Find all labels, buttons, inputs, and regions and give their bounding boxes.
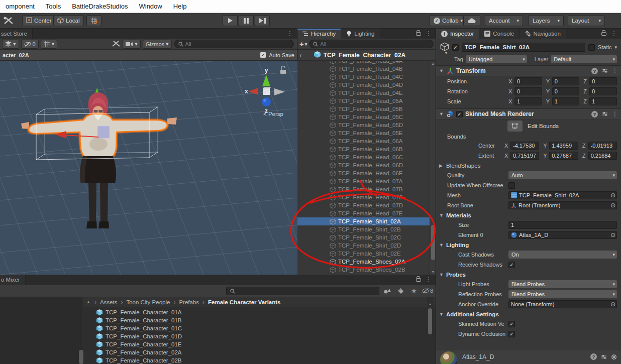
hierarchy-item[interactable]: TCP_Female_Head_05D — [297, 121, 430, 129]
component-menu-icon[interactable]: ⋮ — [612, 67, 618, 74]
hidden-packages-toggle[interactable]: 8 — [422, 288, 433, 294]
hierarchy-item[interactable]: TCP_Female_Shirt_02C — [297, 233, 430, 241]
reflection-probes-dropdown[interactable]: Blend Probes▾ — [508, 290, 617, 298]
hierarchy-item[interactable]: TCP_Female_Shirt_02E — [297, 250, 430, 258]
light-probes-dropdown[interactable]: Blend Probes▾ — [508, 280, 617, 288]
hierarchy-item[interactable]: TCP_Female_Head_05E — [297, 129, 430, 137]
project-scrollbar[interactable]: ▲ — [427, 297, 433, 364]
search-by-label-icon[interactable] — [397, 288, 404, 295]
layout-dropdown[interactable]: Layout ▾ — [568, 15, 605, 26]
gear-icon[interactable] — [611, 354, 617, 360]
component-enabled-checkbox[interactable]: ✓ — [456, 111, 463, 117]
scrollbar-thumb[interactable] — [79, 350, 83, 364]
project-file-row[interactable]: TCP_Female_Character_02B — [83, 356, 436, 364]
static-flags-caret[interactable]: ▾ — [614, 45, 617, 50]
hierarchy-item[interactable]: TCP_Female_Shirt_02A — [297, 217, 430, 225]
breadcrumb-item[interactable]: › Assets — [94, 299, 118, 306]
tab-asset-store[interactable]: sset Store — [0, 29, 33, 39]
smr-component-header[interactable]: ▼ ✓ Skinned Mesh Renderer ? ⋮ — [436, 108, 621, 119]
hierarchy-item[interactable]: TCP_Female_Shoes_02A — [297, 258, 430, 266]
receive-shadows-checkbox[interactable]: ✓ — [508, 262, 515, 268]
gameobject-name-field[interactable]: TCP_Female_Shirt_02A — [462, 43, 585, 52]
hierarchy-item[interactable]: TCP_Female_Head_05A — [297, 97, 430, 105]
presets-icon[interactable] — [602, 68, 608, 74]
account-dropdown[interactable]: Account ▾ — [485, 15, 523, 26]
hierarchy-item[interactable]: TCP_Female_Head_04B — [297, 65, 430, 73]
layer-dropdown[interactable]: Default ▾ — [551, 55, 617, 63]
hierarchy-item[interactable]: TCP_Female_Head_06E — [297, 169, 430, 177]
grid-snap-button[interactable] — [86, 15, 101, 26]
menu-item[interactable]: Tools — [40, 0, 66, 13]
y-field[interactable]: 1 — [552, 97, 580, 105]
hierarchy-item[interactable]: TCP_Female_Shirt_02D — [297, 241, 430, 250]
grid-axis-dropdown[interactable]: ▾ — [41, 40, 58, 49]
panel-menu-icon[interactable]: ⋮ — [287, 30, 293, 37]
scene-visibility-button[interactable]: 0 — [21, 40, 39, 49]
extent-y-field[interactable]: 0.27687 — [549, 152, 578, 160]
cloud-button[interactable] — [463, 15, 480, 26]
hierarchy-item[interactable]: TCP_Female_Head_06C — [297, 153, 430, 161]
gizmos-dropdown[interactable]: Gizmos ▾ — [143, 40, 172, 49]
scene-search-input[interactable]: All — [174, 40, 294, 48]
presets-icon[interactable] — [602, 111, 608, 117]
scroll-up-icon[interactable]: ▲ — [430, 62, 436, 65]
project-file-row[interactable]: TCP_Female_Character_01E — [83, 340, 436, 348]
step-button[interactable] — [255, 15, 270, 26]
project-file-row[interactable]: TCP_Female_Character_02A — [83, 348, 436, 356]
help-icon[interactable]: ? — [591, 68, 598, 74]
tag-dropdown[interactable]: Untagged ▾ — [466, 55, 527, 63]
y-field[interactable]: 0 — [552, 87, 580, 95]
x-field[interactable]: 0 — [514, 87, 542, 95]
blendshapes-foldout[interactable]: ▶ BlendShapes — [436, 161, 621, 170]
y-field[interactable]: 0 — [552, 77, 580, 85]
scrollbar-thumb[interactable] — [428, 308, 432, 334]
hierarchy-item[interactable]: TCP_Female_Shirt_02B — [297, 225, 430, 233]
tab-hierarchy[interactable]: Hierarchy — [297, 29, 341, 39]
update-offscreen-checkbox[interactable] — [508, 182, 515, 189]
extent-z-field[interactable]: 0.21684 — [588, 152, 617, 160]
quality-dropdown[interactable]: Auto▾ — [508, 171, 617, 179]
transform-component-header[interactable]: ▼ Transform ? ⋮ — [436, 65, 621, 76]
scene-camera-dropdown[interactable]: ▾ — [123, 40, 141, 49]
object-picker-icon[interactable]: ⊙ — [610, 231, 615, 238]
menu-item[interactable]: Help — [168, 0, 192, 13]
mesh-object-field[interactable]: TCP_Female_Shirt_02A ⊙ — [508, 191, 617, 199]
object-picker-icon[interactable]: ⊙ — [610, 192, 615, 199]
hierarchy-search-input[interactable]: All — [309, 40, 434, 48]
skinned-motion-checkbox[interactable]: ✓ — [508, 321, 515, 327]
foldout-open-icon[interactable]: ▼ — [439, 68, 444, 73]
project-file-row[interactable]: TCP_Female_Character_01B — [83, 316, 436, 324]
hierarchy-item[interactable]: TCP_Female_Head_05C — [297, 113, 430, 121]
auto-save-checkbox[interactable]: ✓ — [260, 52, 266, 58]
hierarchy-item[interactable]: TCP_Female_Head_07C — [297, 193, 430, 201]
x-field[interactable]: 0 — [514, 77, 542, 85]
center-z-field[interactable]: -0.01913 — [588, 142, 617, 150]
hierarchy-item[interactable]: TCP_Female_Head_04E — [297, 89, 430, 97]
hierarchy-item[interactable]: TCP_Female_Head_07A — [297, 177, 430, 185]
hierarchy-item[interactable]: TCP_Female_Head_06B — [297, 145, 430, 153]
object-picker-icon[interactable]: ⊙ — [610, 202, 615, 209]
z-field[interactable]: 0 — [589, 87, 617, 95]
pause-button[interactable] — [239, 15, 254, 26]
local-space-button[interactable]: Local — [53, 15, 84, 26]
collab-dropdown[interactable]: ✓ Collab ▾ — [430, 15, 467, 26]
scene-viewport[interactable]: y x z < Persp — [0, 61, 297, 275]
project-search-input[interactable] — [226, 287, 379, 295]
tab-navigation[interactable]: Navigation — [520, 29, 566, 39]
prefab-breadcrumb[interactable]: acter_02A — [3, 52, 29, 58]
root-bone-object-field[interactable]: Root (Transform) ⊙ — [508, 201, 617, 209]
pivot-center-button[interactable]: Center — [22, 15, 56, 26]
project-file-row[interactable]: TCP_Female_Character_01C — [83, 324, 436, 332]
back-chevron-icon[interactable]: ‹ — [299, 51, 302, 59]
tab-inspector[interactable]: i Inspector — [436, 29, 479, 39]
breadcrumb-item[interactable]: › Toon City People — [121, 299, 170, 306]
lock-icon[interactable] — [416, 278, 421, 282]
lighting-foldout[interactable]: ▼ Lighting — [436, 240, 621, 250]
tab-console[interactable]: Console — [479, 29, 520, 39]
panel-menu-icon[interactable]: ⋮ — [611, 30, 617, 37]
hierarchy-item[interactable]: TCP_Female_Head_04D — [297, 81, 430, 89]
scroll-up-icon[interactable]: ▲ — [427, 302, 433, 306]
project-file-row[interactable]: TCP_Female_Character_01A — [83, 308, 436, 316]
material-preview-footer[interactable]: Atlas_1A_D ? — [436, 349, 621, 364]
dynamic-occlusion-checkbox[interactable]: ✓ — [508, 331, 515, 337]
